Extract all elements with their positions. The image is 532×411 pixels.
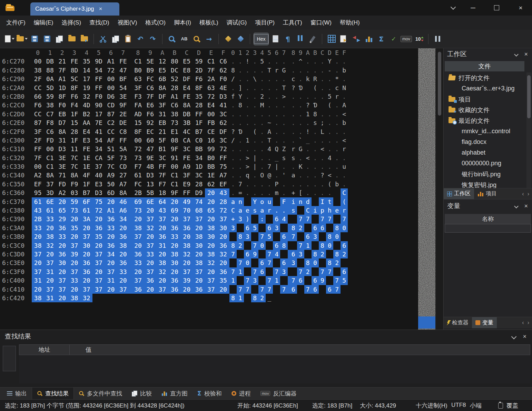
vertical-scrollbar[interactable] xyxy=(437,48,442,330)
ascii-char[interactable]: 6 xyxy=(273,215,280,223)
ascii-char[interactable]: . xyxy=(273,136,280,145)
run-template-button[interactable] xyxy=(235,33,246,45)
close-panel-icon[interactable]: × xyxy=(524,203,528,210)
ascii-char[interactable]: . xyxy=(288,127,297,136)
ascii-char[interactable]: 7 xyxy=(304,285,312,294)
hex-row[interactable]: 6:C3A0332036352036332038322036362038303 … xyxy=(0,224,418,232)
hex-byte[interactable]: D9 xyxy=(193,188,205,197)
ascii-char[interactable]: . xyxy=(297,66,304,75)
ascii-char[interactable]: r xyxy=(341,206,348,215)
ascii-char[interactable]: 7 xyxy=(319,215,326,223)
hex-byte[interactable]: 65 xyxy=(205,206,217,215)
hex-byte[interactable]: 36 xyxy=(129,285,144,294)
hex-byte[interactable]: 12 xyxy=(156,57,168,66)
ascii-char[interactable]: 7 xyxy=(258,232,266,241)
ascii-char[interactable]: 8 xyxy=(237,101,244,109)
hex-byte[interactable]: 34 xyxy=(193,154,205,162)
ascii-char[interactable]: b xyxy=(341,118,348,127)
ascii-char[interactable]: c xyxy=(288,75,297,83)
ascii-char[interactable]: ( xyxy=(312,84,319,92)
hex-byte[interactable]: 32 xyxy=(80,92,92,101)
hex-byte[interactable]: 20 xyxy=(205,215,217,223)
ascii-char[interactable]: . xyxy=(319,84,326,92)
ascii-char[interactable]: . xyxy=(288,101,297,109)
hex-byte[interactable]: 36 xyxy=(117,232,129,241)
hex-byte[interactable]: 08 xyxy=(168,136,180,145)
hex-byte[interactable]: 33 xyxy=(32,224,44,232)
ascii-char[interactable]: ` xyxy=(297,136,304,145)
column-header-value[interactable]: 值 xyxy=(70,345,530,355)
ascii-char[interactable]: r xyxy=(288,145,297,153)
ascii-char[interactable]: . xyxy=(237,110,244,118)
hex-byte[interactable]: 72 xyxy=(92,206,105,215)
ascii-char[interactable]: C xyxy=(341,188,348,197)
hex-byte[interactable]: 54 xyxy=(92,136,105,145)
tab-compare[interactable]: 比较 xyxy=(127,388,157,399)
ascii-char[interactable]: . xyxy=(326,84,333,92)
paste-button[interactable] xyxy=(122,33,134,45)
ascii-char[interactable]: 8 xyxy=(280,241,287,250)
ascii-char[interactable]: 1 xyxy=(229,276,237,285)
hex-byte[interactable]: 33 xyxy=(144,250,156,258)
ascii-char[interactable]: G xyxy=(297,145,304,153)
hex-byte[interactable]: 6F xyxy=(80,197,92,206)
hex-byte[interactable]: 20 xyxy=(44,224,56,232)
hex-byte[interactable]: 46 xyxy=(117,197,129,206)
hex-byte[interactable]: 35 xyxy=(193,92,205,101)
hex-byte[interactable]: 17 xyxy=(80,75,92,83)
ascii-char[interactable]: < xyxy=(304,154,312,162)
hex-byte[interactable]: E5 xyxy=(181,57,193,66)
hex-byte[interactable]: 52 xyxy=(168,75,180,83)
ascii-char[interactable]: . xyxy=(251,101,258,109)
hex-byte[interactable]: 61 xyxy=(44,206,56,215)
ascii-char[interactable]: 3 xyxy=(251,276,258,285)
menu-tools[interactable]: 工具(T) xyxy=(279,17,306,29)
hex-byte[interactable]: 36 xyxy=(105,241,117,250)
column-mode-button[interactable] xyxy=(295,33,306,45)
ascii-char[interactable]: . xyxy=(319,162,326,171)
hex-byte[interactable]: D3 xyxy=(144,171,156,179)
ascii-char[interactable]: . xyxy=(237,118,244,127)
hex-byte[interactable]: F8 xyxy=(44,118,56,127)
hex-byte[interactable]: 7C xyxy=(68,154,80,162)
hex-byte[interactable]: F7 xyxy=(156,180,168,188)
hex-byte[interactable]: FF xyxy=(217,154,229,162)
hex-byte[interactable]: 36 xyxy=(168,285,180,294)
replace-button[interactable]: AB xyxy=(179,33,190,45)
hex-byte[interactable]: A6 xyxy=(117,206,129,215)
menu-edit[interactable]: 编辑(E) xyxy=(30,17,58,29)
hex-byte[interactable]: 2D xyxy=(193,66,205,75)
hex-byte[interactable]: 37 xyxy=(117,285,129,294)
ascii-char[interactable]: ( xyxy=(251,127,258,136)
hex-byte[interactable]: F6 xyxy=(144,110,156,118)
hex-byte[interactable]: BB xyxy=(193,145,205,153)
redo-button[interactable]: ↷ xyxy=(147,33,158,45)
ascii-char[interactable]: N xyxy=(341,84,348,92)
ascii-char[interactable]: 6 xyxy=(312,285,319,294)
sidebar-item-recent-files[interactable]: 最近的文件 xyxy=(444,115,525,126)
hex-byte[interactable]: 20 xyxy=(144,232,156,241)
files-header[interactable]: 文件 xyxy=(445,61,524,71)
hex-byte[interactable]: DF xyxy=(217,127,229,136)
ascii-char[interactable]: ' xyxy=(280,171,287,179)
hex-byte[interactable]: 33 xyxy=(168,232,180,241)
ascii-char[interactable]: . xyxy=(297,92,304,101)
hex-byte[interactable]: FF xyxy=(32,145,44,153)
ascii-char[interactable]: . xyxy=(244,110,251,118)
hex-byte[interactable]: 00 xyxy=(105,75,117,83)
undo-button[interactable]: ↶ xyxy=(135,33,146,45)
hex-byte[interactable]: FF xyxy=(156,162,168,171)
hex-byte[interactable]: C6 xyxy=(144,84,156,92)
ascii-char[interactable]: u xyxy=(266,197,273,206)
hex-byte[interactable]: 73 xyxy=(68,206,80,215)
ascii-char[interactable]: K xyxy=(297,162,304,171)
hex-byte[interactable]: 72 xyxy=(217,145,229,153)
ascii-char[interactable]: . xyxy=(333,162,341,171)
ascii-char[interactable]: . xyxy=(251,66,258,75)
hex-byte[interactable]: 20 xyxy=(129,241,144,250)
pin-icon[interactable] xyxy=(445,0,461,16)
ascii-char[interactable]: 5 xyxy=(341,276,348,285)
ascii-char[interactable]: 7 xyxy=(288,276,297,285)
ascii-char[interactable]: s xyxy=(312,118,319,127)
hex-byte[interactable]: 20 xyxy=(44,250,56,258)
